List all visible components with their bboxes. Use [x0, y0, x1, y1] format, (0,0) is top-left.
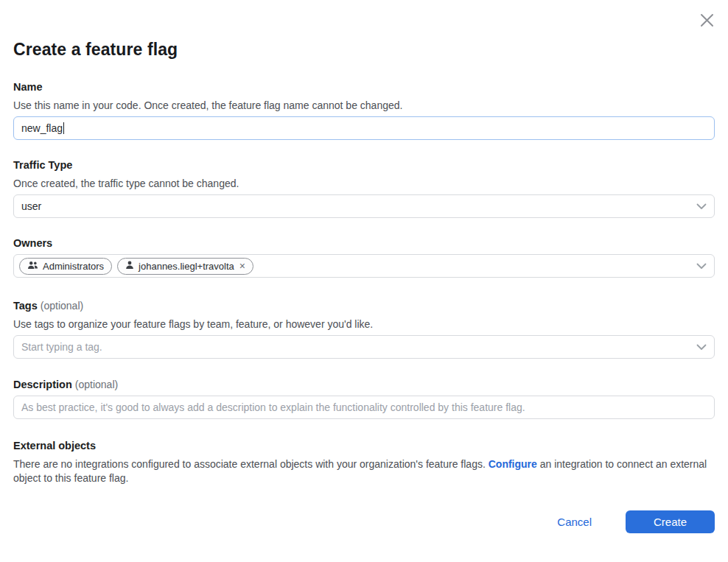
owner-chip-label: johannes.liegl+travolta	[139, 261, 234, 272]
traffic-type-select[interactable]: user	[13, 194, 715, 218]
text-caret	[63, 122, 64, 134]
owners-select[interactable]: Administrators johannes.liegl+travolta ×	[13, 254, 715, 278]
cancel-button[interactable]: Cancel	[557, 516, 592, 528]
tags-input[interactable]	[21, 336, 690, 358]
description-optional-text: (optional)	[75, 379, 118, 390]
external-objects-text: There are no integrations configured to …	[13, 457, 715, 485]
name-label: Name	[13, 80, 715, 94]
owner-chips: Administrators johannes.liegl+travolta ×	[19, 258, 690, 275]
traffic-type-value: user	[21, 200, 690, 212]
description-label: Description (optional)	[13, 378, 715, 391]
name-input[interactable]: new_flag	[13, 116, 715, 140]
modal-footer: Cancel Create	[557, 510, 715, 533]
description-input[interactable]	[13, 396, 715, 419]
configure-link[interactable]: Configure	[489, 458, 537, 470]
chevron-down-icon	[696, 341, 707, 353]
external-objects-text-before: There are no integrations configured to …	[13, 458, 489, 470]
tags-optional-text: (optional)	[41, 300, 83, 312]
owner-chip-label: Administrators	[43, 261, 104, 272]
create-feature-flag-modal: Create a feature flag Name Use this name…	[0, 0, 728, 562]
tags-help-text: Use tags to organize your feature flags …	[13, 317, 715, 331]
modal-title: Create a feature flag	[13, 0, 715, 60]
tags-label: Tags (optional)	[13, 299, 715, 312]
owner-chip-user[interactable]: johannes.liegl+travolta ×	[117, 258, 253, 275]
create-button[interactable]: Create	[626, 510, 715, 533]
owners-label: Owners	[13, 236, 715, 250]
traffic-type-help-text: Once created, the traffic type cannot be…	[13, 177, 715, 190]
tags-select[interactable]	[13, 335, 715, 359]
name-input-value: new_flag	[21, 122, 63, 134]
traffic-type-label: Traffic Type	[13, 158, 715, 172]
group-icon	[27, 261, 38, 272]
tags-label-text: Tags	[13, 300, 38, 312]
chevron-down-icon	[696, 200, 707, 212]
remove-owner-icon[interactable]: ×	[239, 261, 245, 271]
close-button[interactable]	[697, 12, 716, 31]
external-objects-label: External objects	[13, 439, 715, 452]
chevron-down-icon	[696, 260, 707, 272]
name-help-text: Use this name in your code. Once created…	[13, 99, 715, 112]
person-icon	[125, 261, 134, 272]
owner-chip-administrators[interactable]: Administrators	[19, 258, 112, 275]
description-label-text: Description	[13, 379, 72, 390]
close-icon	[700, 13, 714, 29]
